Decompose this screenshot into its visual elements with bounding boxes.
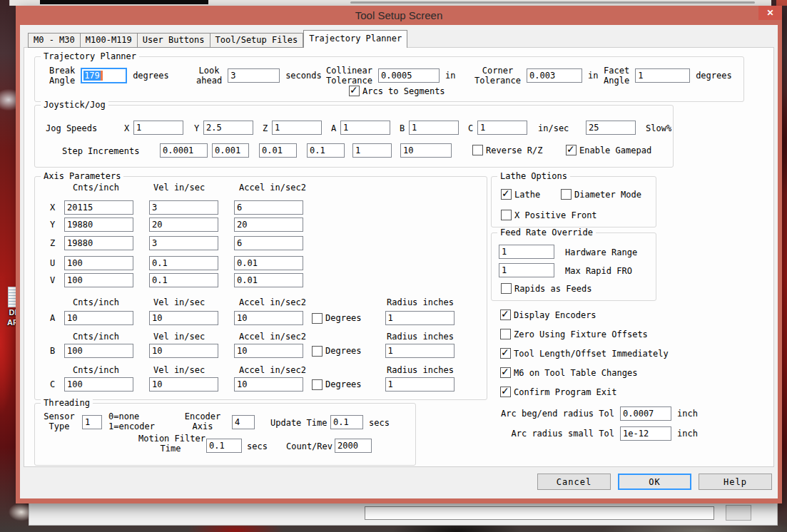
b-cnts-input[interactable]	[64, 344, 133, 358]
jog-axis-c-label: C	[468, 123, 473, 133]
a-vel-input[interactable]	[149, 311, 218, 325]
collinear-tolerance-input[interactable]	[378, 68, 440, 83]
arc-beg-end-radius-tol-input[interactable]	[620, 406, 671, 421]
x-vel-input[interactable]	[149, 200, 218, 215]
a-degrees-checkbox[interactable]	[312, 313, 323, 324]
b-accel-input[interactable]	[234, 344, 303, 358]
display-encoders-checkbox-box[interactable]	[500, 310, 511, 320]
step-increment-5-input[interactable]	[352, 143, 392, 158]
m6-on-tool-table-changes-checkbox[interactable]: M6 on Tool Table Changes	[500, 367, 637, 378]
u-vel-input[interactable]	[149, 256, 218, 270]
tab-m100-m119[interactable]: M100-M119	[81, 33, 138, 48]
encoder-axis-input[interactable]	[232, 415, 255, 429]
cancel-button[interactable]: Cancel	[537, 474, 611, 490]
confirm-program-exit-checkbox-box[interactable]	[500, 387, 511, 397]
v-accel-input[interactable]	[234, 273, 303, 287]
diameter-mode-checkbox-box[interactable]	[561, 189, 572, 200]
x-positive-front-checkbox[interactable]: X Positive Front	[501, 210, 597, 220]
c-degrees-checkbox[interactable]	[312, 379, 323, 390]
break-angle-input[interactable]: 179	[81, 68, 127, 83]
c-radius-input[interactable]	[385, 377, 455, 392]
b-radius-input[interactable]	[385, 344, 455, 358]
jog-speed-z-input[interactable]	[272, 121, 322, 135]
max-rapid-fro-input[interactable]	[499, 263, 554, 277]
header-vel: Vel in/sec	[153, 365, 205, 375]
rapids-as-feeds-checkbox[interactable]: Rapids as Feeds	[501, 283, 591, 294]
b-vel-input[interactable]	[149, 344, 218, 358]
display-encoders-checkbox[interactable]: Display Encoders	[500, 310, 596, 320]
diameter-mode-checkbox[interactable]: Diameter Mode	[561, 189, 641, 200]
sensor-type-input[interactable]	[82, 415, 102, 429]
a-accel-input[interactable]	[234, 311, 303, 325]
background-window-text-input[interactable]	[365, 506, 714, 520]
c-vel-input[interactable]	[149, 377, 218, 392]
v-vel-input[interactable]	[149, 273, 218, 287]
axis-row-x: X	[50, 200, 303, 215]
tab-trajectory-planner[interactable]: Trajectory Planner	[303, 30, 407, 48]
x-positive-front-checkbox-box[interactable]	[501, 210, 512, 220]
tool-length-offset-immediately-checkbox[interactable]: Tool Length/Offset Immediately	[500, 348, 669, 359]
lathe-checkbox-box[interactable]	[501, 189, 512, 200]
y-vel-input[interactable]	[149, 218, 218, 232]
count-rev-input[interactable]	[335, 439, 372, 453]
a-cnts-input[interactable]	[64, 311, 133, 325]
enable-gamepad-checkbox[interactable]: Enable Gamepad	[566, 145, 651, 155]
m6-on-tool-table-changes-checkbox-box[interactable]	[500, 367, 511, 378]
dialog-titlebar[interactable]: Tool Setup Screen ✕	[16, 6, 782, 25]
tab-tool-setup-files[interactable]: Tool/Setup Files	[210, 33, 304, 48]
jog-speed-x-input[interactable]	[133, 121, 183, 135]
jog-speed-b-input[interactable]	[409, 121, 459, 135]
zero-using-fixture-offsets-checkbox[interactable]: Zero Using Fixture Offsets	[500, 329, 648, 339]
z-vel-input[interactable]	[149, 236, 218, 250]
axis-rotary-header-b: Cnts/inch Vel in/sec Accel in/sec2 Radiu…	[73, 332, 454, 342]
c-accel-input[interactable]	[234, 377, 303, 392]
arcs-to-segments-checkbox-box[interactable]	[349, 86, 360, 96]
corner-tolerance-input[interactable]	[527, 68, 582, 83]
z-accel-input[interactable]	[234, 236, 303, 250]
jog-speed-a-input[interactable]	[340, 121, 390, 135]
x-accel-input[interactable]	[234, 200, 303, 215]
lathe-checkbox[interactable]: Lathe	[501, 189, 540, 200]
u-accel-input[interactable]	[234, 256, 303, 270]
b-degrees-checkbox[interactable]	[312, 346, 323, 357]
y-accel-input[interactable]	[234, 218, 303, 232]
step-increment-6-input[interactable]	[400, 143, 452, 158]
hardware-range-input[interactable]	[499, 245, 554, 259]
jog-speed-y-input[interactable]	[203, 121, 253, 135]
background-window-small-button[interactable]	[726, 505, 751, 521]
motion-filter-time-input[interactable]	[206, 439, 242, 453]
v-cnts-input[interactable]	[64, 273, 133, 287]
threading-group: Threading SensorType 0=none1=encoder Enc…	[34, 403, 416, 466]
y-cnts-input[interactable]	[64, 218, 133, 232]
step-increment-2-input[interactable]	[212, 143, 249, 158]
ok-button[interactable]: OK	[618, 474, 691, 490]
z-cnts-input[interactable]	[64, 236, 133, 250]
jog-speed-c-input[interactable]	[477, 121, 527, 135]
reverse-rz-checkbox[interactable]: Reverse R/Z	[472, 145, 542, 155]
tab-user-buttons[interactable]: User Buttons	[138, 33, 210, 48]
reverse-rz-checkbox-box[interactable]	[472, 145, 483, 155]
tool-length-offset-immediately-checkbox-box[interactable]	[500, 348, 511, 359]
step-increment-4-input[interactable]	[307, 143, 345, 158]
enable-gamepad-checkbox-box[interactable]	[566, 145, 577, 155]
arc-radius-small-tol-input[interactable]	[620, 426, 671, 441]
step-increment-1-input[interactable]	[160, 143, 208, 158]
arcs-to-segments-checkbox[interactable]: Arcs to Segments	[349, 86, 445, 96]
a-radius-input[interactable]	[385, 311, 455, 325]
look-ahead-input[interactable]	[228, 68, 280, 83]
c-cnts-input[interactable]	[64, 377, 133, 392]
axis-letter: A	[50, 313, 64, 323]
update-time-input[interactable]	[330, 415, 363, 429]
close-icon[interactable]: ✕	[758, 6, 782, 20]
zero-using-fixture-offsets-checkbox-box[interactable]	[500, 329, 511, 339]
help-button[interactable]: Help	[699, 474, 772, 490]
x-cnts-input[interactable]	[64, 200, 133, 215]
rapids-as-feeds-checkbox-box[interactable]	[501, 283, 512, 294]
confirm-program-exit-checkbox[interactable]: Confirm Program Exit	[500, 387, 617, 397]
tab-m0-m30[interactable]: M0 - M30	[28, 33, 81, 48]
facet-angle-input[interactable]	[635, 68, 690, 83]
step-increment-3-input[interactable]	[259, 143, 297, 158]
u-cnts-input[interactable]	[64, 256, 133, 270]
jog-slow-percent-input[interactable]	[586, 121, 636, 135]
step-increments-label: Step Increments	[62, 146, 139, 156]
